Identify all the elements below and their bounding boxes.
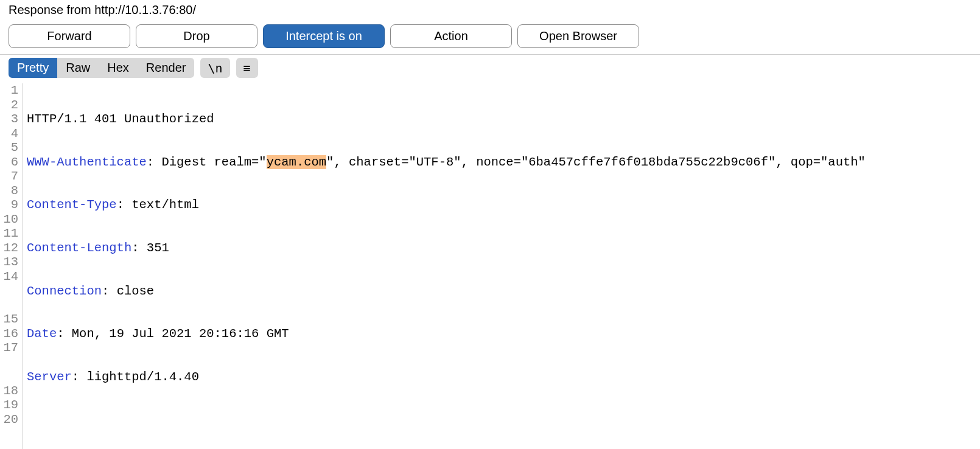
tab-render[interactable]: Render (138, 58, 195, 78)
intercept-toggle-button[interactable]: Intercept is on (263, 24, 385, 48)
code-line: WWW-Authenticate: Digest realm="ycam.com… (27, 155, 866, 170)
view-toolbar: Pretty Raw Hex Render \n ≡ (0, 55, 980, 81)
code-line: Content-Length: 351 (27, 241, 866, 256)
action-button[interactable]: Action (390, 24, 512, 48)
code-line: Connection: close (27, 284, 866, 299)
page-title: Response from http://10.1.3.76:80/ (9, 3, 971, 17)
view-tab-bar: Pretty Raw Hex Render (9, 58, 194, 78)
newline-toggle[interactable]: \n (200, 58, 229, 78)
hamburger-icon[interactable]: ≡ (236, 58, 258, 78)
open-browser-button[interactable]: Open Browser (517, 24, 639, 48)
code-line (27, 413, 866, 428)
forward-button[interactable]: Forward (9, 24, 130, 48)
code-line: Date: Mon, 19 Jul 2021 20:16:16 GMT (27, 327, 866, 341)
header-bar: Response from http://10.1.3.76:80/ Forwa… (0, 0, 980, 55)
line-gutter: 1234567891011121314151617181920 (0, 83, 23, 449)
tab-pretty[interactable]: Pretty (9, 58, 57, 78)
tab-raw[interactable]: Raw (57, 58, 99, 78)
tab-hex[interactable]: Hex (99, 58, 138, 78)
code-lines: HTTP/1.1 401 Unauthorized WWW-Authentica… (23, 83, 866, 449)
code-line: Content-Type: text/html (27, 198, 866, 212)
drop-button[interactable]: Drop (136, 24, 257, 48)
highlighted-realm: ycam.com (267, 155, 326, 169)
action-buttons: Forward Drop Intercept is on Action Open… (9, 24, 971, 48)
code-line: HTTP/1.1 401 Unauthorized (27, 112, 866, 127)
code-line: Server: lighttpd/1.4.40 (27, 370, 866, 385)
code-area[interactable]: 1234567891011121314151617181920 HTTP/1.1… (0, 81, 980, 449)
